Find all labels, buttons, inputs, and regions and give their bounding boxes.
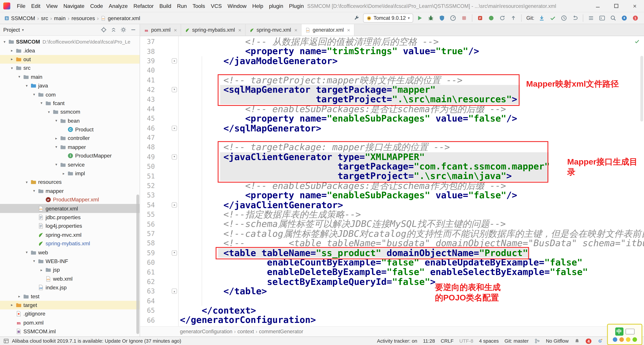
tree-item-out[interactable]: ▸out [0,55,140,64]
tree-chevron-icon[interactable]: ▾ [31,259,37,263]
status-crlf[interactable]: CRLF [441,338,454,344]
structure-view-icon[interactable] [586,13,596,23]
tree-chevron-icon[interactable]: ▾ [16,75,22,79]
code-line-39[interactable]: 39▴ </javaModelGenerator> [140,56,644,66]
stop-button[interactable] [459,13,468,23]
tree-item-jdbc.properties[interactable]: jdbc.properties [0,213,140,222]
tree-item-main[interactable]: ▾main [0,72,140,81]
ide-update-icon[interactable] [620,13,629,23]
plugin-icon-red[interactable]: P [476,13,484,23]
tree-item-mapper[interactable]: ▾mapper [0,187,140,195]
line-number[interactable]: 51 [142,172,155,180]
code-line-59[interactable]: 59▾ <table tableName="ss_product" domain… [140,248,644,258]
sync-icon[interactable] [498,13,507,23]
line-number[interactable]: 41 [142,76,155,84]
tree-chevron-icon[interactable]: ▸ [38,268,44,272]
tab-generator.xml[interactable]: </>generator.xml× [302,24,354,36]
line-number[interactable]: 38 [142,47,155,55]
line-number[interactable]: 52 [142,182,155,190]
fold-marker-icon[interactable]: ▴ [172,58,177,63]
menu-file[interactable]: File [14,3,28,9]
git-rollback-button[interactable] [570,13,580,23]
status-git-master[interactable]: Git: master [504,338,528,344]
tree-item-.gitignore[interactable]: .gitignore [0,310,140,318]
xml-breadcrumb-generatorconfiguration[interactable]: generatorConfiguration [180,329,232,335]
tree-item-controller[interactable]: ▸controller [0,134,140,143]
code-line-63[interactable]: 63▴ </table> [140,287,644,296]
hide-panel-icon[interactable] [130,27,136,33]
ime-chinese-indicator[interactable]: 中 [615,327,623,336]
tree-chevron-icon[interactable]: ▾ [53,145,59,149]
tree-item-mapper[interactable]: ▾mapper [0,143,140,151]
locate-file-icon[interactable] [100,27,107,33]
tree-item-product[interactable]: CProduct [0,125,140,134]
code-line-58[interactable]: 58 <!-- <table tableName="busdata" domai… [140,238,644,248]
menu-tools[interactable]: Tools [190,3,208,9]
terminal-icon[interactable] [598,13,606,23]
code-line-64[interactable]: 64 [140,296,644,306]
run-configuration-select[interactable]: Tomcat 9.0.12▾ [363,13,413,23]
code-line-60[interactable]: 60 enableCountByExample="false" enableUp… [140,258,644,267]
xml-breadcrumb-commentgenerator[interactable]: commentGenerator [259,329,303,335]
tree-item-service[interactable]: ▾service [0,160,140,169]
line-number[interactable]: 66 [142,316,155,324]
tree-item-java[interactable]: ▾java [0,81,140,90]
breadcrumb-src[interactable]: src [40,15,49,21]
line-number[interactable]: 58 [142,239,155,247]
xml-breadcrumb-context[interactable]: context [238,329,254,335]
status-utf-8[interactable]: UTF-8 [459,338,473,344]
tree-item-resources[interactable]: ▾resources [0,178,140,187]
inspections-status-icon[interactable] [634,38,640,45]
tab-pom.xml[interactable]: mpom.xml× [140,24,181,36]
tree-chevron-icon[interactable]: ▾ [24,84,30,88]
tab-spring-mybatis.xml[interactable]: spring-mybatis.xml× [181,24,246,36]
fold-marker-icon[interactable]: ▴ [172,202,177,207]
code-line-52[interactable]: 52 <!-- enableSubPackages:是否让schema作为包的后… [140,181,644,191]
tree-chevron-icon[interactable]: ▸ [9,303,15,307]
ime-keyboard-icon[interactable] [626,329,634,334]
tree-chevron-icon[interactable]: ▾ [53,163,59,167]
line-number[interactable]: 56 [142,220,155,228]
notifications-icon[interactable]: 1 [631,13,640,23]
code-line-55[interactable]: 55 <!--指定数据库表的生成策略--> [140,210,644,219]
tree-chevron-icon[interactable]: ▾ [46,110,52,114]
tab-close-icon[interactable]: × [347,27,350,33]
tree-item-web.xml[interactable]: </>web.xml [0,274,140,283]
line-number[interactable]: 44 [142,105,155,113]
code-line-54[interactable]: 54▴ </javaClientGenerator> [140,200,644,210]
editor-scrollbar[interactable] [640,56,643,121]
fold-marker-icon[interactable]: ▾ [172,87,177,92]
line-number[interactable]: 55 [142,211,155,219]
tree-item-.idea[interactable]: ▸.idea [0,46,140,55]
menu-edit[interactable]: Edit [28,3,43,9]
git-update-button[interactable] [537,13,546,23]
tree-item-target[interactable]: ▸target [0,301,140,309]
tree-item-generator.xml[interactable]: </>generator.xml [0,204,140,213]
line-number[interactable]: 39 [142,57,155,65]
line-number[interactable]: 37 [142,38,155,46]
tree-item-impl[interactable]: ▸impl [0,169,140,178]
tab-close-icon[interactable]: × [294,27,298,33]
line-number[interactable]: 43 [142,95,155,103]
tab-close-icon[interactable]: × [174,27,177,33]
code-line-38[interactable]: 38 <property name="trimStrings" value="t… [140,46,644,56]
code-line-62[interactable]: 62 selectByExampleQueryId="false"> [140,277,644,286]
tree-item-pom.xml[interactable]: mpom.xml [0,318,140,327]
code-line-56[interactable]: 56 <!--schema属性标签可以解决JDBC连接MySQL找不到主键的问题… [140,219,644,229]
code-line-65[interactable]: 65 </context> [140,306,644,315]
code-editor[interactable]: 37 <!-- 从数据库返回的值被清理前后的空格 -->38 <property… [140,36,644,326]
code-line-47[interactable]: 47 [140,133,644,142]
line-number[interactable]: 50 [142,163,155,170]
tree-chevron-icon[interactable]: ▸ [9,48,15,52]
notification-badge[interactable]: 4 [586,338,591,344]
tree-item-test[interactable]: ▸test [0,292,140,301]
ime-tool-dot-orange[interactable] [619,337,624,342]
bell-icon[interactable] [574,338,580,344]
menu-build[interactable]: Build [156,3,174,9]
tree-chevron-icon[interactable]: ▸ [61,171,66,175]
tab-spring-mvc.xml[interactable]: spring-mvc.xml× [246,24,302,36]
tree-item-fcant[interactable]: ▾fcant [0,99,140,108]
code-line-37[interactable]: 37 <!-- 从数据库返回的值被清理前后的空格 --> [140,37,644,46]
run-button[interactable] [415,13,424,23]
code-line-46[interactable]: 46▴ </sqlMapGenerator> [140,123,644,133]
